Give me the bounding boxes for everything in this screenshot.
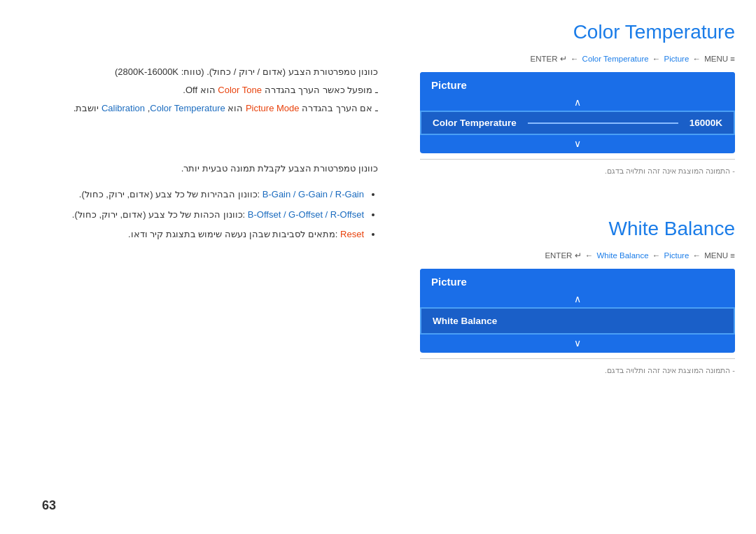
bgain-suffix: :כוונון הבהירות של כל צבע (אדום, ירוק, כ… — [79, 189, 262, 199]
color-temp-line2: ـ מופעל כאשר הערך בהגדרה Color Tone הוא … — [183, 85, 378, 95]
white-balance-intro-text: כוונון טמפרטורת הצבע לקבלת תמונה טבעית י… — [181, 163, 378, 174]
arrow1-wb: ← — [585, 251, 596, 260]
calibration-link: Calibration — [102, 103, 145, 113]
bgain-link: B-Gain / G-Gain / R-Gain — [262, 189, 364, 199]
enter-icon-wb: ↵ — [575, 251, 582, 260]
right-panel: Color Temperature ENTER ↵ ← Color Temper… — [406, 0, 756, 534]
color-tone-link: Color Tone — [218, 85, 262, 95]
chevron-down-icon: ∨ — [574, 138, 581, 149]
white-balance-selected-row[interactable]: White Balance — [420, 307, 735, 335]
white-balance-ui-box: Picture ∧ White Balance ∨ — [420, 269, 735, 353]
bc-color-temp: Color Temperature — [582, 55, 649, 63]
arrow2-wb: ← — [652, 251, 663, 260]
color-temp-line2-prefix: ـ מופעל כאשר הערך בהגדרה — [262, 85, 378, 95]
white-balance-row-label: White Balance — [433, 316, 497, 326]
color-temp-row-label: Color Temperature — [433, 118, 517, 128]
page-number: 63 — [42, 498, 56, 513]
color-temp-caption: התמונה המוצגת אינה זהה ותלויה בדגם. — [420, 167, 735, 176]
white-balance-ui-section: White Balance ENTER ↵ ← White Balance ← … — [420, 218, 735, 375]
chevron-down-color-temp[interactable]: ∨ — [420, 135, 735, 153]
color-temp-breadcrumb: ENTER ↵ ← Color Temperature ← Picture ← … — [420, 54, 735, 64]
enter-icon: ↵ — [560, 55, 567, 63]
color-temp-range-text: כוונון טמפרטורת הצבע (אדום / ירוק / כחול… — [115, 66, 378, 77]
chevron-down-icon-wb: ∨ — [574, 337, 581, 349]
white-balance-title: White Balance — [420, 218, 735, 240]
left-panel: כוונון טמפרטורת הצבע (אדום / ירוק / כחול… — [0, 0, 406, 534]
color-temp-ui-header: Picture — [420, 72, 735, 95]
reset-link: Reset — [340, 229, 364, 239]
color-temp-main-text: כוונון טמפרטורת הצבע (אדום / ירוק / כחול… — [42, 63, 378, 118]
color-temp-line3-prefix: ـ אם הערך בהגדרה — [300, 103, 378, 113]
menu-label: MENU — [704, 55, 730, 63]
arrow3-wb: ← — [693, 251, 704, 260]
menu-icon-wb: ≡ — [730, 251, 735, 260]
white-balance-caption: התמונה המוצגת אינה זהה ותלויה בדגם. — [420, 366, 735, 375]
color-temperature-link: Color Temperature — [150, 103, 225, 113]
picture-mode-link: Picture Mode — [246, 103, 300, 113]
divider-1 — [420, 159, 735, 160]
color-temp-line3: ـ אם הערך בהגדרה Picture Mode הוא Calibr… — [74, 103, 378, 113]
bc-white-balance: White Balance — [596, 251, 648, 260]
chevron-up-color-temp[interactable]: ∧ — [420, 95, 735, 111]
chevron-up-wb[interactable]: ∧ — [420, 292, 735, 307]
arrow1: ← — [570, 55, 581, 63]
white-balance-breadcrumb: ENTER ↵ ← White Balance ← Picture ← MENU… — [420, 251, 735, 260]
menu-label-wb: MENU — [704, 251, 730, 260]
bc-picture2: Picture — [664, 251, 690, 260]
color-temp-ui-box: Picture ∧ Color Temperature 16000K ∨ — [420, 72, 735, 153]
color-temp-text-section: כוונון טמפרטורת הצבע (אדום / ירוק / כחול… — [42, 63, 378, 118]
white-balance-ui-header: Picture — [420, 269, 735, 292]
arrow2: ← — [652, 55, 663, 63]
reset-suffix: :מתאים לסביבות שבהן נעשה שימוש בתצוגת קי… — [128, 229, 340, 239]
chevron-up-icon-wb: ∧ — [574, 293, 581, 304]
menu-icon: ≡ — [730, 55, 735, 63]
color-temp-line2-suffix: הוא Off. — [183, 85, 218, 95]
bullet-item-offset: B-Offset / G-Offset / R-Offset :כוונון ה… — [42, 205, 364, 225]
color-temp-picture-label: Picture — [431, 79, 467, 91]
color-temp-title: Color Temperature — [420, 21, 735, 43]
color-temp-ui-section: Color Temperature ENTER ↵ ← Color Temper… — [420, 21, 735, 176]
bullet-item-gain: B-Gain / G-Gain / R-Gain :כוונון הבהירות… — [42, 185, 364, 205]
enter-label: ENTER — [531, 55, 560, 63]
bc-picture1: Picture — [664, 55, 690, 63]
color-temp-row-value: 16000K — [690, 118, 722, 128]
color-temp-line3-suffix: יושבת. — [74, 103, 102, 113]
bullet-item-reset: Reset :מתאים לסביבות שבהן נעשה שימוש בתצ… — [42, 225, 364, 245]
color-temp-selected-row[interactable]: Color Temperature 16000K — [420, 111, 735, 135]
color-temp-slider[interactable] — [528, 122, 678, 124]
divider-2 — [420, 358, 735, 359]
white-balance-bullet-list: B-Gain / G-Gain / R-Gain :כוונון הבהירות… — [42, 185, 378, 245]
color-temp-line3-middle: הוא — [225, 103, 246, 113]
white-balance-picture-label: Picture — [431, 276, 467, 288]
white-balance-text-section: כוונון טמפרטורת הצבע לקבלת תמונה טבעית י… — [42, 160, 378, 245]
chevron-down-wb[interactable]: ∨ — [420, 335, 735, 353]
arrow3: ← — [693, 55, 704, 63]
white-balance-intro: כוונון טמפרטורת הצבע לקבלת תמונה טבעית י… — [42, 160, 378, 178]
chevron-up-icon: ∧ — [574, 97, 581, 108]
boffset-suffix: :כוונון הכהות של כל צבע (אדום, ירוק, כחו… — [72, 209, 248, 220]
enter-label-wb: ENTER — [545, 251, 574, 260]
boffset-link: B-Offset / G-Offset / R-Offset — [248, 209, 364, 220]
